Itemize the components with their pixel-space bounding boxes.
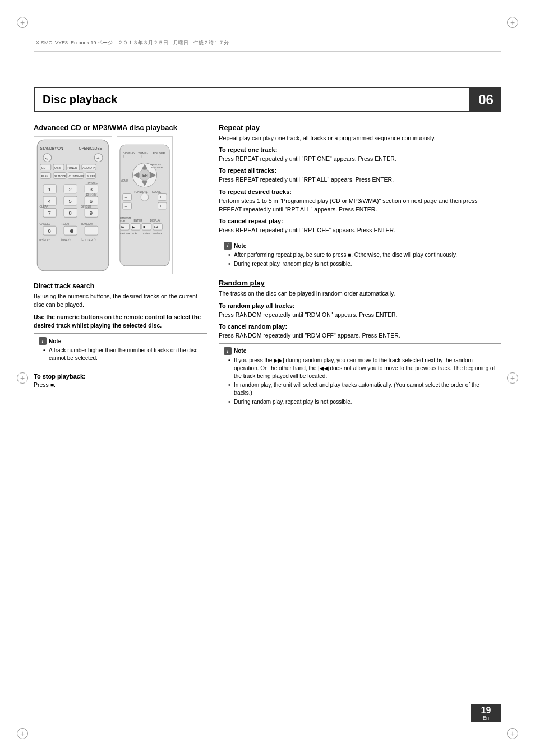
svg-text:9: 9 [90, 210, 93, 216]
random-play-note-2: During random play, repeat play is not p… [228, 398, 496, 406]
svg-rect-80 [123, 193, 132, 200]
repeat-cancel-text: Press REPEAT repeatedly until "RPT OFF" … [219, 226, 501, 234]
svg-text:8: 8 [69, 210, 72, 216]
direct-track-note: i Note A track number higher than the nu… [34, 333, 207, 367]
left-column: Advanced CD or MP3/WMA disc playback STA… [34, 123, 207, 700]
reg-mark-br [507, 728, 518, 739]
repeat-play-note-list: After performing repeat play, be sure to… [224, 251, 496, 268]
note-icon-repeat: i [224, 242, 232, 250]
random-all-heading: To random play all tracks: [219, 302, 501, 309]
svg-text:ENTER: ENTER [133, 219, 142, 222]
svg-text:DISPLAY: DISPLAY [123, 151, 136, 155]
file-info: X-SMC_VXE8_En.book 19 ページ ２０１３年３月２５日 月曜日… [36, 39, 229, 47]
random-play-note-1: In random play, the unit will select and… [228, 381, 496, 397]
repeat-play-note-1: During repeat play, random play is not p… [228, 260, 496, 268]
svg-rect-87 [123, 202, 132, 209]
repeat-play-note: i Note After performing repeat play, be … [219, 238, 501, 273]
reg-mark-tr [507, 17, 518, 28]
svg-text:PAUSE: PAUSE [88, 181, 98, 185]
svg-text:MEMORY: MEMORY [151, 163, 162, 166]
svg-text:4: 4 [48, 198, 51, 204]
direct-track-desc: By using the numeric buttons, the desire… [34, 292, 207, 309]
svg-text:–: – [125, 204, 127, 208]
direct-track-note-title: i Note [39, 337, 202, 345]
svg-text:CLOSE: CLOSE [152, 191, 162, 193]
svg-text:+: + [159, 195, 162, 199]
random-all-text: Press RANDOM repeatedly until "RDM ON" a… [219, 311, 501, 319]
svg-text:CD: CD [41, 166, 46, 169]
repeat-one-text: Press REPEAT repeatedly until "RPT ONE" … [219, 155, 501, 163]
random-play-note-title: i Note [224, 347, 496, 355]
repeat-all-text: Press REPEAT repeatedly until "RPT ALL" … [219, 176, 501, 184]
section-title-bar: Disc playback [34, 87, 471, 112]
page-number-box: 19 En [471, 704, 501, 722]
random-cancel-text: Press RANDOM repeatedly until "RDM OFF" … [219, 331, 501, 340]
svg-text:DISPLAY: DISPLAY [153, 232, 163, 235]
svg-text:7: 7 [48, 210, 50, 216]
repeat-desired-text: Perform steps 1 to 5 in "Programmed play… [219, 197, 501, 214]
svg-text:–: – [125, 195, 127, 199]
svg-text:MENU: MENU [121, 179, 128, 182]
svg-text:FOLDER: FOLDER [153, 151, 165, 155]
svg-text:USB: USB [54, 166, 61, 169]
svg-text:OPEN/CLOSE: OPEN/CLOSE [79, 146, 102, 150]
svg-text:NOTE: NOTE [140, 191, 148, 193]
note-icon-random: i [224, 347, 232, 355]
random-play-note: i Note If you press the ▶▶| during rando… [219, 343, 501, 411]
svg-text:+10 (>10): +10 (>10) [84, 193, 96, 196]
subsection-title: Advanced CD or MP3/WMA disc playback [34, 123, 207, 132]
svg-text:PLAY: PLAY [120, 219, 126, 222]
svg-text:SLEEP: SLEEP [86, 175, 95, 178]
svg-text:CLEAR: CLEAR [40, 205, 49, 208]
chapter-number: 06 [478, 93, 494, 107]
svg-text:+10/AT: +10/AT [61, 223, 70, 225]
svg-text:6: 6 [90, 198, 93, 204]
reg-mark-ml [17, 372, 28, 384]
chapter-tab: 06 [471, 87, 501, 112]
repeat-one-heading: To repeat one track: [219, 146, 501, 153]
svg-text:1: 1 [48, 186, 50, 192]
svg-text:⏮: ⏮ [121, 225, 125, 229]
right-column: Repeat play Repeat play can play one tra… [219, 123, 501, 700]
svg-point-83 [141, 193, 149, 201]
svg-text:CANCEL: CANCEL [40, 223, 51, 225]
svg-text:CUSTOMIZE: CUSTOMIZE [69, 175, 85, 178]
svg-rect-52 [85, 226, 98, 235]
stop-heading: To stop playback: [34, 373, 207, 380]
remote-area: STANDBY/ON OPEN/CLOSE ⏻ ⏏ CD USB TUNER A… [34, 136, 207, 274]
repeat-play-note-title: i Note [224, 242, 496, 250]
random-play-note-list: If you press the ▶▶| during random play,… [224, 357, 496, 406]
repeat-play-desc: Repeat play can play one track, all trac… [219, 134, 501, 142]
repeat-play-title: Repeat play [219, 123, 501, 132]
svg-text:AUDIO IN: AUDIO IN [82, 166, 96, 169]
svg-text:⏺: ⏺ [69, 228, 75, 234]
svg-text:TUNER: TUNER [67, 166, 77, 169]
direct-track-note-list: A track number higher than the number of… [39, 347, 202, 362]
stop-text: Press ■. [34, 381, 207, 389]
svg-text:DISPLAY: DISPLAY [150, 219, 160, 222]
svg-text:⏏: ⏏ [96, 156, 100, 160]
repeat-play-note-0: After performing repeat play, be sure to… [228, 251, 496, 259]
svg-text:TUNE>: TUNE> [138, 151, 148, 155]
repeat-desired-heading: To repeat desired tracks: [219, 188, 501, 195]
reg-mark-tl [17, 17, 28, 28]
svg-text:PLAY: PLAY [132, 232, 137, 235]
random-play-note-0: If you press the ▶▶| during random play,… [228, 357, 496, 380]
svg-text:STANDBY/ON: STANDBY/ON [40, 146, 63, 150]
note-icon: i [39, 337, 47, 345]
svg-text:FOLDER: FOLDER [82, 239, 93, 242]
svg-text:PROGRAM: PROGRAM [151, 166, 163, 169]
svg-text:RANDOM: RANDOM [120, 232, 130, 235]
svg-text:3: 3 [90, 186, 93, 192]
direct-track-note-item-0: A track number higher than the number of… [43, 347, 202, 362]
svg-text:RANDOM: RANDOM [81, 223, 93, 225]
svg-text:SP MODE: SP MODE [54, 175, 66, 178]
page-lang: En [483, 715, 489, 721]
random-cancel-heading: To cancel random play: [219, 323, 501, 330]
random-play-title: Random play [219, 279, 501, 287]
reg-mark-mr [507, 372, 518, 384]
remote-left-image: STANDBY/ON OPEN/CLOSE ⏻ ⏏ CD USB TUNER A… [34, 136, 112, 274]
repeat-all-heading: To repeat all tracks: [219, 167, 501, 174]
svg-text:PLAY: PLAY [41, 175, 49, 178]
direct-track-title: Direct track search [34, 282, 207, 290]
